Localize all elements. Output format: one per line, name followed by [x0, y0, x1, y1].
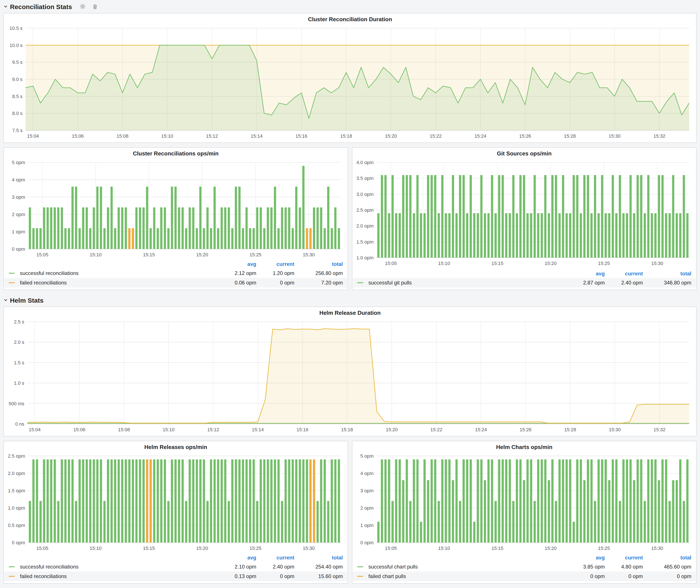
panel-title[interactable]: Helm Release Duration: [4, 307, 696, 318]
series-area: [27, 329, 689, 424]
legend-col-avg[interactable]: avg: [218, 555, 256, 561]
chart-canvas: 15:0515:1015:1515:2015:2515:301.0 opm1.5…: [354, 159, 694, 268]
series-swatch: [9, 282, 15, 283]
series-label[interactable]: failed reconciliations: [20, 280, 218, 286]
panel-title[interactable]: Helm Charts ops/min: [352, 441, 696, 452]
helm-charts-ops-chart[interactable]: 15:0515:1015:1515:2015:2515:300 opm1 opm…: [354, 452, 694, 553]
x-tick-label: 15:15: [491, 546, 503, 551]
row-delete-button[interactable]: [92, 4, 98, 9]
legend-col-avg[interactable]: avg: [567, 271, 605, 277]
legend-col-avg[interactable]: avg: [567, 555, 605, 561]
series-label[interactable]: successful reconciliations: [20, 564, 218, 570]
legend-total-value: 346.80 opm: [643, 280, 691, 286]
panel-title[interactable]: Cluster Reconciliation Duration: [4, 13, 696, 25]
helm-releases-ops-chart[interactable]: 15:0515:1015:1515:2015:2515:300 opm0.5 o…: [6, 452, 346, 553]
x-tick-label: 15:08: [118, 427, 130, 432]
row-header-reconciliation-stats[interactable]: Reconciliation Stats: [3, 0, 697, 13]
x-tick-label: 15:05: [385, 546, 397, 551]
legend-total-value: 256.80 opm: [294, 270, 343, 276]
legend-row: successful git pulls 2.87 opm 2.40 opm 3…: [353, 278, 696, 288]
x-tick-label: 15:28: [564, 427, 576, 432]
y-tick-label: 1.5 opm: [8, 488, 25, 493]
row-title[interactable]: Reconciliation Stats: [10, 3, 72, 10]
y-tick-label: 3 opm: [360, 488, 374, 493]
x-tick-label: 15:30: [651, 261, 663, 266]
x-tick-label: 15:22: [430, 427, 442, 432]
legend-row: failed reconciliations 0.06 opm 0 opm 7.…: [4, 278, 347, 288]
x-tick-label: 15:20: [386, 427, 398, 432]
chart-canvas: 15:0515:1015:1515:2015:2515:300 opm1 opm…: [354, 452, 694, 553]
x-tick-label: 15:05: [36, 252, 48, 257]
gear-icon: [80, 3, 86, 10]
git-sources-ops-chart[interactable]: 15:0515:1015:1515:2015:2515:301.0 opm1.5…: [354, 159, 694, 268]
legend-col-total[interactable]: total: [643, 555, 691, 561]
y-tick-label: 2.5 opm: [8, 453, 25, 459]
series-label[interactable]: failed reconciliations: [20, 573, 218, 579]
y-tick-label: 1.0 s: [14, 380, 24, 386]
series-label[interactable]: successful chart pulls: [368, 564, 567, 570]
y-tick-label: 500 ms: [9, 401, 24, 406]
row-header-helm-stats[interactable]: Helm Stats: [3, 294, 697, 307]
legend-total-value: 254.40 opm: [294, 564, 343, 570]
series-swatch: [357, 282, 363, 283]
legend-col-total[interactable]: total: [294, 261, 343, 267]
x-tick-label: 15:22: [430, 133, 442, 139]
legend-col-current[interactable]: current: [256, 261, 294, 267]
legend-col-current[interactable]: current: [256, 555, 294, 561]
y-tick-label: 10.5 s: [10, 26, 23, 31]
y-tick-label: 5 opm: [12, 160, 25, 165]
x-tick-label: 15:26: [519, 133, 531, 139]
legend-current-value: 0 opm: [605, 573, 643, 579]
y-tick-label: 3.5 opm: [356, 176, 374, 181]
y-tick-label: 3.0 opm: [356, 192, 374, 197]
row-title[interactable]: Helm Stats: [10, 296, 44, 304]
y-tick-label: 9.0 s: [12, 77, 23, 82]
y-tick-label: 2 opm: [12, 212, 25, 217]
chart-canvas: 15:0515:1015:1515:2015:2515:300 opm0.5 o…: [6, 452, 346, 553]
series-swatch: [9, 566, 15, 567]
chart-canvas: 15:0415:0615:0815:1015:1215:1415:1615:18…: [6, 318, 694, 434]
series-label[interactable]: failed chart pulls: [368, 573, 567, 579]
legend-avg-value: 2.12 opm: [218, 270, 256, 276]
x-tick-label: 15:04: [27, 133, 39, 139]
row-settings-button[interactable]: [80, 3, 86, 10]
y-tick-label: 0 opm: [360, 540, 374, 545]
cluster-reconciliations-ops-chart[interactable]: 15:0515:1015:1515:2015:2515:300 opm1 opm…: [6, 159, 346, 259]
y-tick-label: 0 ns: [15, 421, 24, 427]
x-tick-label: 15:20: [385, 133, 397, 139]
x-tick-label: 15:30: [609, 427, 621, 432]
y-tick-label: 8.5 s: [12, 94, 23, 99]
legend: avg current total successful chart pulls…: [353, 553, 696, 581]
legend-header: avg current total: [353, 269, 696, 278]
legend-current-value: 1.20 opm: [256, 270, 294, 276]
panel-cluster-reconciliations-ops: Cluster Reconciliations ops/min 15:0515:…: [3, 147, 348, 290]
panel-title[interactable]: Git Sources ops/min: [352, 148, 696, 159]
legend-col-avg[interactable]: avg: [218, 261, 256, 267]
y-tick-label: 0.5 opm: [8, 523, 25, 528]
y-tick-label: 2.0 s: [14, 339, 24, 345]
series-bars: [29, 459, 340, 543]
y-tick-label: 2.0 opm: [8, 471, 25, 476]
x-tick-label: 15:25: [598, 546, 610, 551]
y-tick-label: 9.5 s: [12, 60, 23, 65]
trash-icon: [92, 4, 98, 9]
series-label[interactable]: successful reconciliations: [20, 270, 218, 276]
legend-col-total[interactable]: total: [294, 555, 343, 561]
legend-header: avg current total: [353, 553, 696, 562]
x-tick-label: 15:12: [207, 427, 219, 432]
legend-current-value: 0 opm: [256, 280, 294, 286]
cluster-reconciliation-duration-chart[interactable]: 15:0415:0615:0815:1015:1215:1415:1615:18…: [6, 25, 694, 141]
legend-col-current[interactable]: current: [605, 555, 643, 561]
series-bars: [377, 175, 689, 258]
panel-title[interactable]: Helm Releases ops/min: [4, 441, 348, 452]
panel-title[interactable]: Cluster Reconciliations ops/min: [4, 148, 348, 159]
x-tick-label: 15:25: [250, 252, 261, 257]
legend: avg current total successful reconciliat…: [4, 260, 347, 288]
panel-git-sources-ops: Git Sources ops/min 15:0515:1015:1515:20…: [352, 147, 697, 290]
series-label[interactable]: successful git pulls: [368, 280, 567, 286]
helm-release-duration-chart[interactable]: 15:0415:0615:0815:1015:1215:1415:1615:18…: [6, 318, 694, 434]
x-tick-label: 15:28: [564, 133, 576, 139]
legend-col-current[interactable]: current: [605, 271, 643, 277]
legend-col-total[interactable]: total: [643, 271, 691, 277]
x-tick-label: 15:26: [520, 427, 532, 432]
